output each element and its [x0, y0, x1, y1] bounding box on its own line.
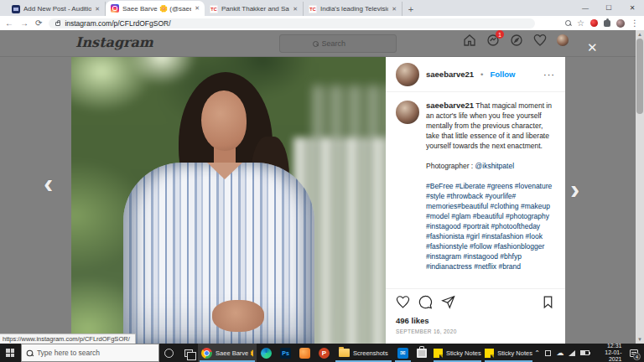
caption-author-avatar[interactable]: [396, 101, 419, 124]
browser-toolbar-icons: ☆ ⋮: [565, 19, 639, 28]
chrome-window-label: Saee Barve 🌼..: [216, 349, 253, 357]
tray-device-icon[interactable]: [545, 350, 552, 356]
tab-close-icon[interactable]: ✕: [293, 6, 298, 13]
post-more-options-icon[interactable]: ···: [543, 70, 555, 80]
back-icon[interactable]: ←: [5, 19, 13, 28]
address-bar[interactable]: instagram.com/p/CFLrdOFgSOR/: [49, 18, 535, 28]
window-close-button[interactable]: ✕: [621, 0, 644, 16]
battery-icon[interactable]: [580, 350, 589, 355]
photo-subject-hands: [212, 300, 264, 332]
modal-close-icon[interactable]: ✕: [587, 40, 598, 55]
instagram-search-input[interactable]: [322, 39, 364, 48]
scrollbar-thumb[interactable]: [636, 39, 643, 114]
instagram-header-icons: 1: [463, 34, 569, 47]
next-post-chevron-icon[interactable]: ›: [570, 174, 579, 203]
zoom-icon[interactable]: [565, 20, 571, 26]
activity-heart-icon[interactable]: [533, 34, 547, 47]
instagram-page: Instagram 1: [0, 30, 644, 344]
instagram-search-box[interactable]: [279, 34, 397, 53]
taskbar-photoshop-button[interactable]: Ps: [276, 344, 295, 362]
tab-close-icon[interactable]: ✕: [195, 5, 200, 12]
window-maximize-button[interactable]: ☐: [597, 0, 621, 16]
post-author-username[interactable]: saeebarve21: [426, 70, 474, 79]
explore-compass-icon[interactable]: [510, 34, 523, 47]
previous-post-chevron-icon[interactable]: ‹: [44, 168, 53, 197]
window-controls: — ☐ ✕: [574, 0, 644, 16]
taskbar-search-input[interactable]: [37, 349, 138, 357]
bookmark-star-icon[interactable]: ☆: [577, 19, 584, 28]
separator-dot: •: [480, 70, 483, 79]
cortana-icon: [164, 349, 174, 358]
cortana-button[interactable]: [159, 344, 179, 362]
taskbar-screenshots-folder-button[interactable]: Screenshots: [334, 344, 393, 362]
taskbar-sticky-notes-button-1[interactable]: Sticky Notes: [432, 344, 483, 362]
tray-expand-chevron-icon[interactable]: ⌃: [534, 349, 540, 357]
share-plane-icon[interactable]: [441, 295, 455, 313]
orange-app-icon: [299, 348, 310, 359]
taskbar-mail-button[interactable]: ✉: [393, 344, 413, 362]
post-author-avatar[interactable]: [396, 63, 419, 86]
padlock-icon: [55, 22, 60, 26]
post-details-panel: saeebarve21 • Follow ··· saeebarve21 Tha…: [386, 57, 565, 344]
start-button[interactable]: [0, 344, 21, 362]
network-icon[interactable]: [569, 350, 575, 356]
taskbar-chrome-button[interactable]: Saee Barve 🌼..: [198, 344, 257, 362]
likes-count[interactable]: 496 likes: [396, 316, 555, 325]
refresh-icon[interactable]: ⟳: [35, 19, 42, 28]
browser-menu-icon[interactable]: ⋮: [631, 19, 639, 28]
tab-title: India's leading Television, Digital: [320, 5, 388, 13]
windows-logo-icon: [6, 349, 14, 357]
tab-india-television[interactable]: TC India's leading Television, Digital ✕: [304, 2, 402, 16]
comment-icon[interactable]: [418, 295, 433, 313]
post-header: saeebarve21 • Follow ···: [386, 57, 565, 92]
instagram-logo[interactable]: Instagram: [75, 34, 153, 50]
taskbar-clock[interactable]: 12:31 12-01-2021: [595, 343, 622, 362]
hashtags[interactable]: #BeFree #Liberate #greens #lovenature #s…: [426, 181, 553, 272]
onedrive-cloud-icon[interactable]: ☁: [556, 349, 564, 357]
tab-pankit-thakker[interactable]: TC Pankit Thakker and Saee Barve b ✕: [205, 2, 304, 16]
scrollbar-up-icon[interactable]: ▲: [636, 30, 644, 39]
page-scrollbar[interactable]: ▲ ▼: [636, 30, 644, 344]
taskbar-powerpoint-button[interactable]: P: [314, 344, 334, 362]
tab-instagram-post[interactable]: Saee Barve 🌼 (@saeebarve21) - ✕: [106, 1, 205, 16]
photo-subject-face: [201, 90, 247, 151]
taskbar-edge-button[interactable]: [257, 344, 276, 362]
browser-profile-avatar[interactable]: [616, 19, 625, 28]
extension-red-icon[interactable]: [590, 19, 598, 27]
home-icon[interactable]: [463, 34, 476, 47]
photoshop-icon: Ps: [280, 348, 291, 359]
window-minimize-button[interactable]: —: [574, 0, 597, 16]
taskbar-search-box[interactable]: [21, 344, 159, 362]
like-heart-icon[interactable]: [396, 295, 410, 313]
save-bookmark-icon[interactable]: [541, 295, 555, 313]
new-tab-button[interactable]: +: [402, 2, 419, 16]
taskbar-orange-app-button[interactable]: [295, 344, 314, 362]
tab-title: Add New Post - AuditionForm —: [23, 5, 91, 13]
action-row: [396, 295, 555, 313]
follow-button[interactable]: Follow: [490, 70, 515, 79]
tab-close-icon[interactable]: ✕: [392, 6, 397, 13]
photographer-label: Photographer :: [426, 162, 475, 170]
screen: Add New Post - AuditionForm — ✕ Saee Bar…: [0, 0, 644, 362]
photographer-mention[interactable]: @ikshitpatel: [475, 162, 514, 170]
forward-icon[interactable]: →: [20, 19, 29, 28]
post-actions: 496 likes SEPTEMBER 16, 2020: [386, 288, 565, 344]
messenger-icon[interactable]: 1: [486, 34, 500, 47]
url-text[interactable]: instagram.com/p/CFLrdOFgSOR/: [65, 19, 170, 28]
taskbar-store-button[interactable]: [413, 344, 432, 362]
task-view-button[interactable]: [179, 344, 198, 362]
photographer-line: Photographer : @ikshitpatel: [426, 161, 553, 171]
taskbar-sticky-notes-button-2[interactable]: Sticky Notes: [483, 344, 534, 362]
tab-audition-form[interactable]: Add New Post - AuditionForm — ✕: [7, 2, 106, 16]
tab-close-icon[interactable]: ✕: [95, 6, 100, 13]
instagram-favicon-icon: [111, 4, 119, 13]
chrome-icon: [201, 348, 212, 359]
tc-favicon-icon: TC: [210, 5, 218, 13]
profile-avatar[interactable]: [557, 34, 569, 46]
caption-username[interactable]: saeebarve21: [426, 101, 474, 110]
extensions-puzzle-icon[interactable]: [604, 20, 610, 27]
action-center-button[interactable]: 4: [627, 344, 641, 362]
post-caption-block: saeebarve21 That magical moment in an ac…: [386, 92, 565, 288]
sticky-notes-label: Sticky Notes: [446, 349, 481, 357]
tab-title: Saee Barve 🌼 (@saeebarve21) -: [122, 5, 191, 13]
